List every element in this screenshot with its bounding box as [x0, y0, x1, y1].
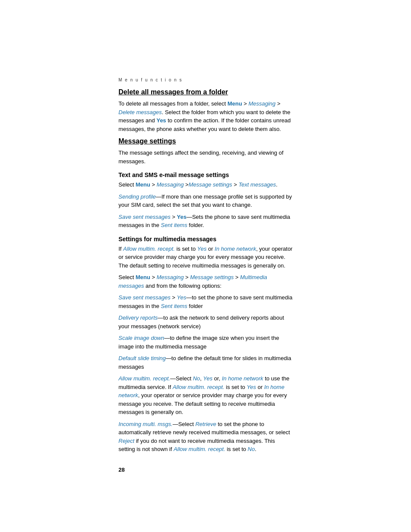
sending-profile-link[interactable]: Sending profile — [118, 193, 156, 200]
messaging-link-delete[interactable]: Messaging — [249, 100, 276, 107]
delivery-reports-para: Delivery reports—to ask the network to s… — [118, 314, 293, 330]
in-home-intro: In home network — [215, 246, 256, 252]
text-messages-link[interactable]: Text messages — [239, 181, 276, 188]
yes-option2: Yes — [247, 384, 256, 390]
sent-items-folder-link[interactable]: Sent items — [161, 303, 187, 309]
delete-section: Delete all messages from a folder To del… — [118, 88, 293, 133]
allow-multim-link2[interactable]: Allow multim. recept. — [173, 384, 224, 390]
no-option: No — [193, 375, 200, 382]
menu-link-multi: Menu — [136, 274, 150, 280]
text-sms-heading: Text and SMS e-mail message settings — [118, 171, 293, 178]
select-menu-para: Select Menu > Messaging > Message settin… — [118, 273, 293, 290]
save-sent-folder-para: Save sent messages > Yes—to set the phon… — [118, 293, 293, 310]
delivery-reports-link[interactable]: Delivery reports — [118, 314, 158, 321]
default-slide-link[interactable]: Default slide timing — [118, 355, 166, 361]
reject-option: Reject — [118, 438, 134, 444]
allow-multim-para: Allow multim. recept.—Select No, Yes or,… — [118, 374, 293, 417]
message-settings-intro: The message settings affect the sending,… — [118, 149, 293, 165]
yes-folder: Yes — [177, 294, 187, 301]
sending-profile-para: Sending profile—If more than one message… — [118, 193, 293, 209]
scale-image-link[interactable]: Scale image down — [118, 335, 164, 341]
delete-para: To delete all messages from a folder, se… — [118, 100, 293, 133]
menu-link-delete[interactable]: Menu — [227, 100, 242, 107]
allow-multim-intro: If Allow multim. recept. is set to Yes o… — [118, 245, 293, 270]
delete-messages-link[interactable]: Delete messages — [118, 109, 162, 115]
save-sent-para: Save sent messages > Yes—Sets the phone … — [118, 213, 293, 230]
section-label: M e n u f u n c t i o n s — [118, 78, 293, 82]
default-slide-para: Default slide timing—to define the defau… — [118, 354, 293, 371]
message-settings-section: Message settings The message settings af… — [118, 137, 293, 165]
multimedia-section: Settings for multimedia messages If Allo… — [118, 236, 293, 454]
save-sent-link[interactable]: Save sent messages — [118, 214, 171, 220]
no-option2: No — [248, 446, 255, 452]
in-home-option: In home network — [222, 375, 263, 382]
sent-items-link[interactable]: Sent items — [161, 222, 187, 228]
text-sms-section: Text and SMS e-mail message settings Sel… — [118, 171, 293, 230]
multimedia-heading: Settings for multimedia messages — [118, 236, 293, 243]
save-sent-folder-link[interactable]: Save sent messages — [118, 294, 171, 301]
yes-delete: Yes — [156, 117, 166, 124]
page-number: 28 — [118, 467, 293, 473]
messaging-link-text: Messaging — [157, 181, 184, 188]
text-sms-para1: Select Menu > Messaging >Message setting… — [118, 180, 293, 189]
allow-multim-link[interactable]: Allow multim. recept. — [118, 375, 170, 382]
retrieve-option: Retrieve — [195, 421, 216, 427]
scale-image-para: Scale image down—to define the image siz… — [118, 334, 293, 351]
yes-option: Yes — [203, 375, 213, 382]
delete-heading: Delete all messages from a folder — [118, 88, 293, 96]
message-settings-link[interactable]: Message settings — [189, 181, 232, 188]
menu-link-text: Menu — [136, 181, 150, 188]
yes-intro: Yes — [197, 246, 207, 252]
incoming-multi-para: Incoming multi. msgs.—Select Retrieve to… — [118, 420, 293, 454]
allow-multim-link-intro[interactable]: Allow multim. recept. — [123, 246, 175, 252]
yes-save-sent: Yes — [177, 214, 187, 220]
incoming-multi-link[interactable]: Incoming multi. msgs. — [118, 421, 173, 427]
message-settings-link-multi[interactable]: Message settings — [190, 274, 234, 280]
message-settings-heading: Message settings — [118, 137, 293, 145]
messaging-link-multi: Messaging — [157, 274, 184, 280]
page-content: M e n u f u n c t i o n s Delete all mes… — [0, 0, 411, 532]
allow-multim-link3[interactable]: Allow multim. recept. — [174, 446, 225, 452]
